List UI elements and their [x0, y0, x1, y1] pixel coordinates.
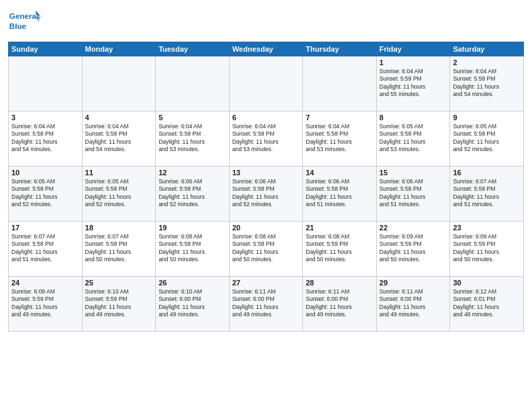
day-number: 6: [232, 113, 300, 122]
day-header-friday: Friday: [376, 42, 450, 56]
day-number: 3: [11, 113, 79, 122]
day-info: Sunrise: 6:08 AM Sunset: 5:58 PM Dayligh…: [159, 233, 226, 264]
day-info: Sunrise: 6:06 AM Sunset: 5:58 PM Dayligh…: [159, 178, 226, 209]
svg-text:Blue: Blue: [9, 21, 27, 30]
day-info: Sunrise: 6:12 AM Sunset: 6:01 PM Dayligh…: [453, 288, 521, 319]
day-info: Sunrise: 6:04 AM Sunset: 5:58 PM Dayligh…: [159, 123, 226, 154]
calendar-cell: 2Sunrise: 6:04 AM Sunset: 5:58 PM Daylig…: [450, 56, 524, 111]
day-info: Sunrise: 6:04 AM Sunset: 5:58 PM Dayligh…: [11, 123, 79, 154]
day-number: 20: [232, 224, 300, 232]
day-info: Sunrise: 6:07 AM Sunset: 5:58 PM Dayligh…: [11, 233, 79, 264]
calendar-cell: 7Sunrise: 6:04 AM Sunset: 5:58 PM Daylig…: [303, 111, 377, 167]
day-info: Sunrise: 6:04 AM Sunset: 5:58 PM Dayligh…: [306, 123, 373, 154]
day-info: Sunrise: 6:11 AM Sunset: 6:00 PM Dayligh…: [380, 288, 447, 319]
day-number: 26: [159, 279, 226, 287]
day-info: Sunrise: 6:06 AM Sunset: 5:58 PM Dayligh…: [232, 178, 300, 209]
day-info: Sunrise: 6:06 AM Sunset: 5:58 PM Dayligh…: [380, 178, 447, 209]
calendar-cell: 18Sunrise: 6:07 AM Sunset: 5:58 PM Dayli…: [82, 222, 156, 277]
calendar-cell: 9Sunrise: 6:05 AM Sunset: 5:58 PM Daylig…: [450, 111, 524, 167]
calendar-cell: 6Sunrise: 6:04 AM Sunset: 5:58 PM Daylig…: [229, 111, 303, 167]
calendar-cell: 27Sunrise: 6:11 AM Sunset: 6:00 PM Dayli…: [229, 277, 303, 332]
day-info: Sunrise: 6:05 AM Sunset: 5:58 PM Dayligh…: [11, 178, 79, 209]
calendar-cell: 14Sunrise: 6:06 AM Sunset: 5:58 PM Dayli…: [303, 167, 377, 222]
day-number: 21: [306, 224, 373, 232]
day-number: 13: [232, 169, 300, 177]
calendar-cell: 8Sunrise: 6:05 AM Sunset: 5:58 PM Daylig…: [376, 111, 450, 167]
calendar-table: SundayMondayTuesdayWednesdayThursdayFrid…: [8, 42, 524, 332]
calendar-cell: 15Sunrise: 6:06 AM Sunset: 5:58 PM Dayli…: [376, 167, 450, 222]
calendar-cell: 17Sunrise: 6:07 AM Sunset: 5:58 PM Dayli…: [9, 222, 83, 277]
calendar-cell: 11Sunrise: 6:05 AM Sunset: 5:58 PM Dayli…: [82, 167, 156, 222]
day-number: 19: [159, 224, 226, 232]
calendar-cell: 26Sunrise: 6:10 AM Sunset: 6:00 PM Dayli…: [156, 277, 230, 332]
calendar-cell: [9, 56, 83, 111]
day-info: Sunrise: 6:10 AM Sunset: 6:00 PM Dayligh…: [159, 288, 226, 319]
svg-text:General: General: [9, 11, 39, 20]
day-info: Sunrise: 6:04 AM Sunset: 5:58 PM Dayligh…: [453, 68, 521, 99]
day-info: Sunrise: 6:09 AM Sunset: 5:59 PM Dayligh…: [11, 288, 79, 319]
day-number: 27: [232, 279, 300, 287]
day-info: Sunrise: 6:04 AM Sunset: 5:59 PM Dayligh…: [380, 68, 447, 99]
calendar-cell: [229, 56, 303, 111]
day-info: Sunrise: 6:09 AM Sunset: 5:59 PM Dayligh…: [453, 233, 521, 264]
logo-svg: General Blue: [8, 7, 44, 36]
day-number: 28: [306, 279, 373, 287]
calendar-cell: 13Sunrise: 6:06 AM Sunset: 5:58 PM Dayli…: [229, 167, 303, 222]
day-info: Sunrise: 6:10 AM Sunset: 5:59 PM Dayligh…: [85, 288, 153, 319]
day-info: Sunrise: 6:05 AM Sunset: 5:58 PM Dayligh…: [85, 178, 153, 209]
calendar-cell: 10Sunrise: 6:05 AM Sunset: 5:58 PM Dayli…: [9, 167, 83, 222]
calendar-header-row: SundayMondayTuesdayWednesdayThursdayFrid…: [9, 42, 524, 56]
calendar-cell: [156, 56, 230, 111]
calendar-cell: 28Sunrise: 6:11 AM Sunset: 6:00 PM Dayli…: [303, 277, 377, 332]
calendar-cell: 23Sunrise: 6:09 AM Sunset: 5:59 PM Dayli…: [450, 222, 524, 277]
calendar-cell: 20Sunrise: 6:08 AM Sunset: 5:58 PM Dayli…: [229, 222, 303, 277]
calendar-cell: [82, 56, 156, 111]
day-number: 11: [85, 169, 153, 177]
day-header-thursday: Thursday: [303, 42, 377, 56]
day-number: 8: [380, 113, 447, 122]
calendar-cell: 3Sunrise: 6:04 AM Sunset: 5:58 PM Daylig…: [9, 111, 83, 167]
day-number: 4: [85, 113, 153, 122]
calendar-cell: 4Sunrise: 6:04 AM Sunset: 5:58 PM Daylig…: [82, 111, 156, 167]
calendar-cell: 21Sunrise: 6:08 AM Sunset: 5:59 PM Dayli…: [303, 222, 377, 277]
calendar-cell: 29Sunrise: 6:11 AM Sunset: 6:00 PM Dayli…: [376, 277, 450, 332]
day-number: 22: [380, 224, 447, 232]
day-info: Sunrise: 6:07 AM Sunset: 5:58 PM Dayligh…: [85, 233, 153, 264]
day-info: Sunrise: 6:11 AM Sunset: 6:00 PM Dayligh…: [306, 288, 373, 319]
day-header-monday: Monday: [82, 42, 156, 56]
calendar-cell: 5Sunrise: 6:04 AM Sunset: 5:58 PM Daylig…: [156, 111, 230, 167]
day-info: Sunrise: 6:09 AM Sunset: 5:59 PM Dayligh…: [380, 233, 447, 264]
calendar-cell: 12Sunrise: 6:06 AM Sunset: 5:58 PM Dayli…: [156, 167, 230, 222]
day-info: Sunrise: 6:06 AM Sunset: 5:58 PM Dayligh…: [306, 178, 373, 209]
day-number: 10: [11, 169, 79, 177]
calendar-cell: 16Sunrise: 6:07 AM Sunset: 5:58 PM Dayli…: [450, 167, 524, 222]
day-number: 2: [453, 58, 521, 66]
day-number: 7: [306, 113, 373, 122]
calendar-cell: [303, 56, 377, 111]
day-header-wednesday: Wednesday: [229, 42, 303, 56]
day-number: 1: [380, 58, 447, 66]
calendar-cell: 25Sunrise: 6:10 AM Sunset: 5:59 PM Dayli…: [82, 277, 156, 332]
calendar-header: General Blue: [8, 7, 524, 36]
day-number: 18: [85, 224, 153, 232]
day-number: 12: [159, 169, 226, 177]
calendar-cell: 30Sunrise: 6:12 AM Sunset: 6:01 PM Dayli…: [450, 277, 524, 332]
day-number: 25: [85, 279, 153, 287]
day-header-tuesday: Tuesday: [156, 42, 230, 56]
day-number: 14: [306, 169, 373, 177]
day-info: Sunrise: 6:08 AM Sunset: 5:58 PM Dayligh…: [232, 233, 300, 264]
day-number: 16: [453, 169, 521, 177]
day-number: 15: [380, 169, 447, 177]
day-number: 30: [453, 279, 521, 287]
day-info: Sunrise: 6:04 AM Sunset: 5:58 PM Dayligh…: [232, 123, 300, 154]
calendar-cell: 22Sunrise: 6:09 AM Sunset: 5:59 PM Dayli…: [376, 222, 450, 277]
day-info: Sunrise: 6:08 AM Sunset: 5:59 PM Dayligh…: [306, 233, 373, 264]
day-number: 9: [453, 113, 521, 122]
day-number: 23: [453, 224, 521, 232]
day-header-saturday: Saturday: [450, 42, 524, 56]
logo: General Blue: [8, 7, 44, 36]
calendar-container: General Blue SundayMondayTuesdayWednesda…: [0, 0, 532, 336]
day-info: Sunrise: 6:05 AM Sunset: 5:58 PM Dayligh…: [380, 123, 447, 154]
day-number: 24: [11, 279, 79, 287]
day-number: 5: [159, 113, 226, 122]
